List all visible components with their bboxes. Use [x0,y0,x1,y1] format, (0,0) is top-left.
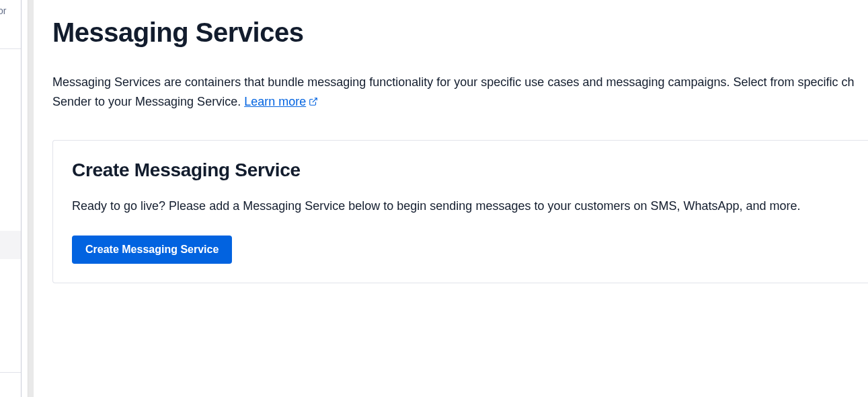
sidebar-border [21,0,22,397]
sidebar-active-item[interactable] [0,231,21,259]
card-description: Ready to go live? Please add a Messaging… [72,197,849,215]
create-messaging-service-button[interactable]: Create Messaging Service [72,236,232,264]
svg-line-0 [313,98,317,102]
page-description: Messaging Services are containers that b… [52,73,868,112]
learn-more-link[interactable]: Learn more [244,95,318,108]
scroll-track[interactable] [28,0,34,397]
page-title: Messaging Services [52,16,868,48]
description-text-1: Messaging Services are containers that b… [52,75,855,89]
create-service-card: Create Messaging Service Ready to go liv… [52,140,868,283]
external-link-icon [309,93,318,112]
main-content: Messaging Services Messaging Services ar… [52,16,868,283]
learn-more-label: Learn more [244,95,306,108]
sidebar-sliver: or [0,0,34,397]
sidebar-text-fragment: or [0,5,6,16]
card-title: Create Messaging Service [72,159,849,181]
sidebar-divider [0,48,21,49]
sidebar-divider [0,372,21,373]
description-text-2: Sender to your Messaging Service. [52,95,244,108]
